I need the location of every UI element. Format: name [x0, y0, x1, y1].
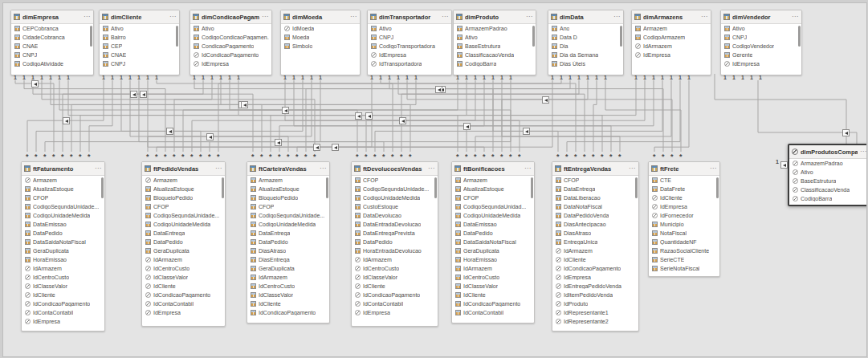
table-header[interactable]: dimTransportador⋯ — [368, 10, 451, 24]
field-row[interactable]: IdClasseValor — [452, 282, 534, 291]
field-row[interactable]: CodigoUnidadeMedida — [352, 193, 438, 202]
field-row[interactable]: IdContaContabil — [352, 299, 438, 308]
table-scrollbar[interactable] — [532, 26, 535, 47]
field-row[interactable]: Dia da Semana — [548, 51, 623, 59]
field-row[interactable]: DataDevolucao — [352, 211, 438, 220]
more-options-icon[interactable]: ⋯ — [169, 14, 177, 19]
field-row[interactable]: CFOP — [552, 176, 638, 185]
field-row[interactable]: IdArmazem — [632, 42, 711, 51]
table-header[interactable]: ftFaturamento⋯ — [22, 162, 104, 176]
field-row[interactable]: IdCliente — [352, 282, 438, 291]
table-scrollbar[interactable] — [798, 26, 801, 47]
more-options-icon[interactable]: ⋯ — [524, 166, 532, 171]
field-row[interactable]: CidadeCobranca — [11, 33, 93, 42]
field-row[interactable]: DiasEntrega — [247, 255, 329, 264]
field-row[interactable]: Armazem — [247, 176, 329, 185]
field-row[interactable]: Simbolo — [281, 42, 360, 51]
table-card-dimProdutosComparacao[interactable]: dimProdutosComparac...⋯ArmazemPadraoAtiv… — [788, 144, 867, 206]
field-row[interactable]: CodigoUnidadeMedida — [22, 211, 104, 220]
field-row[interactable]: IdEmpresa — [368, 51, 451, 59]
field-row[interactable]: IdRepresentante1 — [552, 308, 638, 317]
field-row[interactable]: IdEmpresa — [632, 51, 711, 59]
field-row[interactable]: DataEntrega — [552, 185, 638, 193]
field-row[interactable]: IdEmpresa — [649, 202, 719, 211]
field-row[interactable]: IdContaContabil — [452, 308, 534, 317]
table-card-ftFrete[interactable]: ftFrete⋯CTEDataFreteIdClienteIdEmpresaId… — [648, 161, 720, 277]
field-row[interactable]: CodigoSegundaUnidade... — [352, 185, 438, 193]
more-options-icon[interactable]: ⋯ — [428, 166, 435, 171]
field-row[interactable]: HoraEmissao — [452, 255, 534, 264]
field-row[interactable]: DiasAtraso — [552, 229, 638, 238]
field-row[interactable]: CodigoTransportadora — [368, 42, 451, 51]
field-row[interactable]: IdCondicaoPagamento — [247, 308, 329, 317]
more-options-icon[interactable]: ⋯ — [95, 166, 102, 171]
table-card-ftCarteiraVendas[interactable]: ftCarteiraVendas⋯ArmazemAtualizaEstoqueB… — [247, 161, 330, 323]
field-row[interactable]: ArmazemPadrao — [454, 24, 536, 33]
field-row[interactable]: AtualizaEstoque — [22, 185, 104, 193]
field-row[interactable]: Dia — [548, 42, 623, 51]
field-row[interactable]: DataPedido — [247, 238, 329, 246]
table-scrollbar[interactable] — [531, 177, 533, 198]
field-row[interactable]: Armazem — [452, 176, 534, 185]
more-options-icon[interactable]: ⋯ — [701, 14, 708, 19]
field-row[interactable]: IdEmpresa — [721, 59, 801, 68]
relationship-arrow-icon[interactable] — [130, 91, 137, 98]
field-row[interactable]: GeraDuplicata — [142, 246, 225, 255]
relationship-arrow-icon[interactable] — [355, 112, 362, 120]
more-options-icon[interactable]: ⋯ — [442, 14, 449, 19]
field-row[interactable]: IdCondicaoPagamento — [190, 51, 271, 59]
field-row[interactable]: AtualizaEstoque — [452, 185, 534, 193]
field-row[interactable]: AtualizaEstoque — [142, 185, 225, 193]
field-row[interactable]: GeraDuplicata — [452, 246, 534, 255]
table-header[interactable]: ftPedidoVendas⋯ — [142, 162, 225, 176]
field-row[interactable]: CodigoUnidadeMedida — [247, 220, 329, 229]
field-row[interactable]: IdFornecedor — [649, 211, 719, 220]
field-row[interactable]: IdCentroCusto — [352, 264, 438, 273]
field-row[interactable]: Ano — [548, 24, 623, 33]
more-options-icon[interactable]: ⋯ — [792, 14, 799, 19]
table-card-ftFaturamento[interactable]: ftFaturamento⋯ArmazemAtualizaEstoqueCFOP… — [21, 161, 105, 332]
table-scrollbar[interactable] — [90, 26, 92, 47]
field-row[interactable]: IdRepresentante2 — [552, 317, 638, 326]
field-row[interactable]: Moeda — [281, 33, 360, 42]
table-scrollbar[interactable] — [326, 177, 328, 198]
field-row[interactable]: DataEntrega — [142, 229, 225, 238]
field-row[interactable]: CodigoSegundaUnidad... — [452, 202, 534, 211]
field-row[interactable]: CNAE — [11, 42, 93, 51]
field-row[interactable]: IdCondicaoPagamento — [142, 291, 225, 299]
more-options-icon[interactable]: ⋯ — [710, 166, 717, 171]
table-card-ftDevolucoesVendas[interactable]: ftDevolucoesVendas⋯CFOPCodigoSegundaUnid… — [351, 161, 438, 327]
relationship-arrow-icon[interactable] — [282, 107, 289, 114]
field-row[interactable]: ClassificacaoVenda — [789, 185, 867, 194]
more-options-icon[interactable]: ⋯ — [350, 14, 357, 19]
field-row[interactable]: CodigoAtividade — [11, 59, 93, 68]
model-view-canvas[interactable]: dimEmpresa⋯CEPCobrancaCidadeCobrancaCNAE… — [2, 2, 867, 357]
field-row[interactable]: NotaFiscal — [649, 229, 719, 238]
field-row[interactable]: IdCliente — [22, 291, 104, 299]
relationship-arrow-icon[interactable] — [140, 91, 147, 98]
table-scrollbar[interactable] — [620, 26, 622, 47]
relationship-arrow-icon[interactable] — [206, 133, 214, 140]
field-row[interactable]: CodigoVendedor — [721, 42, 801, 51]
table-card-dimVendedor[interactable]: dimVendedor⋯AtivoCNPJCodigoVendedorGeren… — [720, 10, 802, 75]
field-row[interactable]: CodigoBarra — [454, 59, 536, 68]
field-row[interactable]: DiasAntecipacao — [552, 220, 638, 229]
table-card-ftPedidoVendas[interactable]: ftPedidoVendas⋯ArmazemAtualizaEstoqueBlo… — [141, 161, 226, 327]
field-row[interactable]: IdContaContabil — [22, 308, 104, 317]
field-row[interactable]: IdArmazem — [142, 255, 225, 264]
field-row[interactable]: IdCliente — [649, 193, 719, 202]
field-row[interactable]: ArmazemPadrao — [789, 159, 867, 168]
field-row[interactable]: IdCliente — [552, 255, 638, 264]
field-row[interactable]: IdCliente — [247, 299, 329, 308]
field-row[interactable]: Ativo — [190, 24, 271, 33]
table-header[interactable]: dimCliente⋯ — [100, 10, 179, 24]
table-card-dimData[interactable]: dimData⋯AnoData DDiaDia da SemanaDias Út… — [548, 10, 624, 75]
field-row[interactable]: Ativo — [100, 24, 179, 33]
field-row[interactable]: IdEmpresa — [552, 273, 638, 282]
field-row[interactable]: IdProduto — [552, 299, 638, 308]
relationship-arrow-icon[interactable] — [63, 117, 70, 124]
table-header[interactable]: dimCondicaoPagame...⋯ — [190, 10, 271, 24]
field-row[interactable]: IdEntregaPedidoVenda — [552, 282, 638, 291]
field-row[interactable]: DataSaidaNotaFiscal — [22, 238, 104, 246]
field-row[interactable]: DataPedido — [22, 229, 104, 238]
